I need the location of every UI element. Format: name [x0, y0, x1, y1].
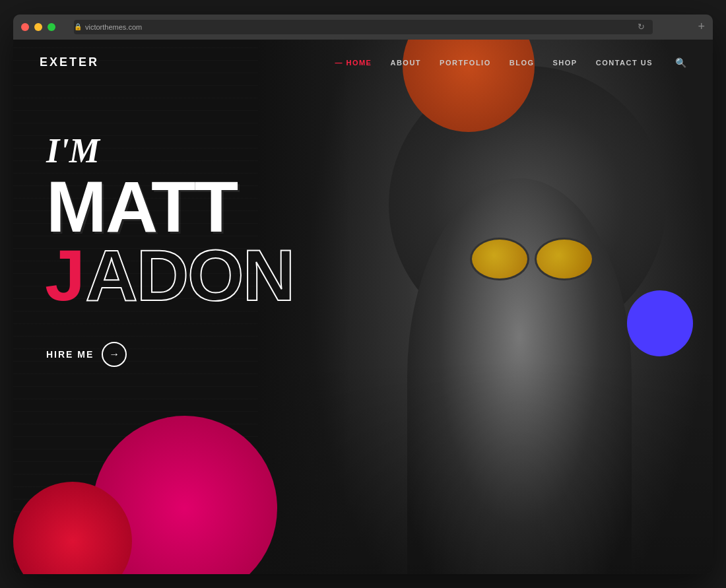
maximize-button[interactable]	[48, 23, 55, 31]
navigation: EXETER HOME ABOUT PORTFOLIO BLOG SHOP CO…	[13, 40, 713, 86]
hero-content: I'M MATT JADON HIRE ME →	[46, 132, 294, 367]
url-text: victorthemes.com	[85, 23, 142, 31]
site-wrapper: EXETER HOME ABOUT PORTFOLIO BLOG SHOP CO…	[13, 40, 713, 574]
browser-window: 🔒 victorthemes.com ↻ + EXETER HOM	[13, 15, 713, 574]
hire-me-arrow-icon: →	[102, 342, 127, 367]
nav-link-blog[interactable]: BLOG	[510, 59, 535, 67]
decorative-circle-purple	[627, 290, 693, 356]
minimize-button[interactable]	[34, 23, 42, 31]
new-tab-button[interactable]: +	[698, 20, 705, 34]
hero-im-text: I'M	[46, 132, 294, 170]
hero-firstname: MATT	[46, 172, 294, 242]
site-logo[interactable]: EXETER	[40, 55, 99, 69]
nav-links: HOME ABOUT PORTFOLIO BLOG SHOP CONTACT U…	[335, 57, 686, 68]
lastname-rest: ADON	[85, 234, 294, 315]
hero-lastname: JADON	[46, 241, 294, 310]
hire-me-label: HIRE ME	[46, 349, 94, 360]
nav-link-shop[interactable]: SHOP	[553, 59, 578, 67]
glasses-lens-left	[470, 238, 529, 280]
nav-link-home[interactable]: HOME	[335, 59, 372, 67]
hire-me-button[interactable]: HIRE ME →	[46, 342, 294, 367]
address-bar[interactable]: 🔒 victorthemes.com ↻	[74, 20, 653, 34]
nav-link-contact[interactable]: CONTACT US	[596, 59, 653, 67]
nav-link-portfolio[interactable]: PORTFOLIO	[440, 59, 491, 67]
glasses-accent	[470, 238, 594, 280]
search-icon[interactable]: 🔍	[675, 57, 686, 68]
refresh-icon[interactable]: ↻	[638, 22, 645, 32]
browser-toolbar: 🔒 victorthemes.com ↻ +	[13, 15, 713, 40]
lock-icon: 🔒	[74, 23, 82, 30]
nav-link-about[interactable]: ABOUT	[390, 59, 421, 67]
glasses-lens-right	[535, 238, 594, 280]
close-button[interactable]	[21, 23, 29, 31]
